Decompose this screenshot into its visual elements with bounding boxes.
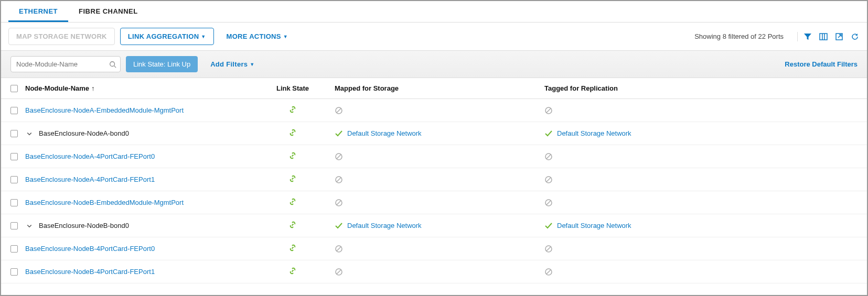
- header-name-label: Node-Module-Name: [25, 84, 89, 92]
- caret-down-icon: ▼: [201, 34, 206, 39]
- check-icon: [335, 222, 343, 230]
- caret-down-icon: ▼: [283, 34, 288, 39]
- filter-bar: Link State: Link Up Add Filters ▼ Restor…: [1, 50, 867, 78]
- none-icon: [335, 176, 343, 184]
- storage-network-link[interactable]: Default Storage Network: [557, 129, 631, 137]
- storage-network-link[interactable]: Default Storage Network: [347, 222, 422, 229]
- table-row: BaseEnclosure-NodeA-bond0Default Storage…: [1, 122, 867, 145]
- link-up-icon: [288, 198, 297, 206]
- table-row: BaseEnclosure-NodeB-4PortCard-FEPort1: [1, 260, 867, 283]
- map-storage-network-button: MAP STORAGE NETWORK: [8, 28, 115, 45]
- none-icon: [544, 245, 553, 253]
- svg-line-5: [114, 65, 116, 68]
- port-name[interactable]: BaseEnclosure-NodeA-4PortCard-FEPort1: [25, 176, 155, 183]
- row-checkbox[interactable]: [10, 222, 18, 229]
- header-mapped[interactable]: Mapped for Storage: [329, 84, 539, 92]
- port-name[interactable]: BaseEnclosure-NodeB-EmbeddedModule-MgmtP…: [25, 199, 184, 206]
- svg-line-19: [337, 201, 341, 205]
- header-tagged[interactable]: Tagged for Replication: [539, 84, 858, 92]
- link-up-icon: [288, 221, 297, 229]
- table-row: BaseEnclosure-NodeB-EmbeddedModule-MgmtP…: [1, 191, 867, 214]
- row-checkbox[interactable]: [10, 107, 18, 114]
- select-all-checkbox[interactable]: [10, 85, 18, 92]
- check-icon: [544, 222, 553, 230]
- table-row: BaseEnclosure-NodeA-4PortCard-FEPort0: [1, 145, 867, 168]
- svg-line-9: [546, 108, 551, 113]
- table-row: BaseEnclosure-NodeA-EmbeddedModule-MgmtP…: [1, 99, 867, 122]
- link-aggregation-label: LINK AGGREGATION: [128, 32, 199, 40]
- caret-down-icon: ▼: [250, 62, 254, 67]
- svg-line-23: [337, 247, 341, 251]
- none-icon: [335, 199, 343, 207]
- storage-network-link[interactable]: Default Storage Network: [347, 129, 422, 137]
- row-checkbox[interactable]: [10, 268, 18, 276]
- header-link-state[interactable]: Link State: [256, 84, 329, 92]
- svg-line-25: [546, 247, 551, 251]
- port-name[interactable]: BaseEnclosure-NodeA-EmbeddedModule-MgmtP…: [25, 106, 184, 114]
- none-icon: [335, 268, 343, 276]
- link-up-icon: [288, 128, 297, 137]
- link-up-icon: [288, 244, 297, 252]
- tab-bar: ETHERNET FIBRE CHANNEL: [1, 1, 867, 23]
- search-wrap: [10, 56, 121, 72]
- row-checkbox[interactable]: [10, 176, 18, 183]
- link-aggregation-button[interactable]: LINK AGGREGATION ▼: [120, 28, 214, 45]
- sort-asc-icon: ↑: [91, 84, 95, 92]
- row-checkbox[interactable]: [10, 153, 18, 160]
- svg-line-15: [337, 178, 341, 182]
- add-filters-label: Add Filters: [210, 60, 248, 68]
- row-checkbox[interactable]: [10, 199, 18, 206]
- restore-default-filters[interactable]: Restore Default Filters: [785, 60, 858, 68]
- header-name[interactable]: Node-Module-Name ↑: [25, 84, 256, 92]
- columns-icon[interactable]: [819, 32, 828, 41]
- table-header: Node-Module-Name ↑ Link State Mapped for…: [1, 78, 867, 99]
- port-name[interactable]: BaseEnclosure-NodeA-4PortCard-FEPort0: [25, 152, 155, 160]
- link-up-icon: [288, 174, 297, 183]
- none-icon: [544, 106, 553, 115]
- port-name[interactable]: BaseEnclosure-NodeB-4PortCard-FEPort0: [25, 245, 155, 253]
- svg-rect-0: [820, 34, 827, 40]
- svg-line-11: [337, 155, 341, 159]
- tab-fibre-channel[interactable]: FIBRE CHANNEL: [68, 1, 148, 22]
- tab-ethernet[interactable]: ETHERNET: [8, 1, 68, 22]
- storage-network-link[interactable]: Default Storage Network: [557, 222, 631, 229]
- row-checkbox[interactable]: [10, 130, 18, 137]
- toolbar: MAP STORAGE NETWORK LINK AGGREGATION ▼ M…: [1, 23, 867, 50]
- table-row: BaseEnclosure-NodeB-4PortCard-FEPort0: [1, 237, 867, 260]
- link-up-icon: [288, 105, 297, 114]
- filter-chip-link-state[interactable]: Link State: Link Up: [126, 56, 198, 72]
- chevron-down-icon[interactable]: [25, 130, 34, 137]
- search-input[interactable]: [10, 56, 121, 72]
- icon-bar: [797, 32, 860, 41]
- svg-point-4: [110, 61, 115, 66]
- none-icon: [335, 245, 343, 253]
- port-name: BaseEnclosure-NodeA-bond0: [39, 129, 129, 137]
- export-icon[interactable]: [834, 32, 844, 41]
- more-actions-button[interactable]: MORE ACTIONS ▼: [219, 28, 295, 45]
- table-row: BaseEnclosure-NodeA-4PortCard-FEPort1: [1, 168, 867, 191]
- add-filters-button[interactable]: Add Filters ▼: [203, 56, 262, 72]
- search-icon: [109, 61, 116, 68]
- table-row: BaseEnclosure-NodeB-bond0Default Storage…: [1, 214, 867, 237]
- svg-line-29: [546, 270, 551, 274]
- ports-panel: ETHERNET FIBRE CHANNEL MAP STORAGE NETWO…: [0, 0, 868, 296]
- svg-line-27: [337, 270, 341, 274]
- svg-line-17: [546, 178, 551, 182]
- showing-count: Showing 8 filtered of 22 Ports: [694, 32, 784, 40]
- refresh-icon[interactable]: [850, 32, 860, 41]
- port-name: BaseEnclosure-NodeB-bond0: [39, 222, 129, 229]
- table-body: BaseEnclosure-NodeA-EmbeddedModule-MgmtP…: [1, 99, 867, 283]
- none-icon: [335, 152, 343, 161]
- more-actions-label: MORE ACTIONS: [227, 32, 281, 40]
- check-icon: [335, 129, 343, 138]
- none-icon: [544, 268, 553, 276]
- port-name[interactable]: BaseEnclosure-NodeB-4PortCard-FEPort1: [25, 268, 155, 276]
- filter-icon[interactable]: [803, 32, 812, 41]
- chevron-down-icon[interactable]: [25, 223, 34, 229]
- svg-line-21: [546, 201, 551, 205]
- svg-line-13: [546, 155, 551, 159]
- check-icon: [544, 129, 553, 138]
- none-icon: [544, 176, 553, 184]
- none-icon: [335, 106, 343, 115]
- row-checkbox[interactable]: [10, 245, 18, 253]
